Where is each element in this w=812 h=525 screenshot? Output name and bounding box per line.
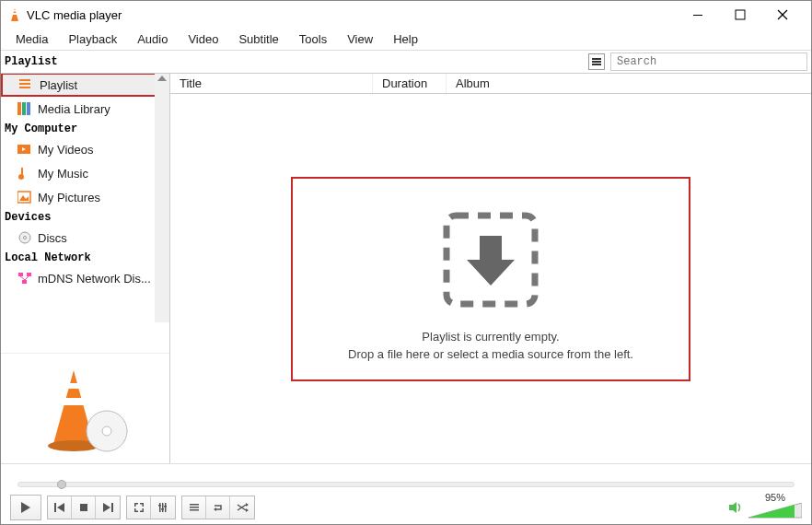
dropzone-box: Playlist is currently empty. Drop a file… bbox=[291, 177, 690, 381]
sidebar-item-label: My Pictures bbox=[38, 191, 100, 204]
svg-rect-57 bbox=[190, 504, 199, 506]
svg-rect-54 bbox=[158, 505, 161, 507]
volume-percent: 95% bbox=[748, 492, 802, 503]
sidebar-item-my-videos[interactable]: My Videos bbox=[1, 137, 169, 161]
window-title: VLC media player bbox=[27, 8, 677, 22]
svg-rect-51 bbox=[159, 503, 161, 512]
svg-rect-31 bbox=[65, 383, 82, 389]
videos-icon bbox=[17, 142, 32, 157]
sidebar-item-label: Media Library bbox=[38, 102, 110, 116]
menu-help[interactable]: Help bbox=[386, 30, 425, 48]
svg-rect-59 bbox=[190, 509, 199, 511]
svg-marker-63 bbox=[729, 502, 737, 513]
svg-rect-13 bbox=[17, 102, 21, 115]
menu-view[interactable]: View bbox=[340, 30, 380, 48]
drop-arrow-icon bbox=[437, 206, 544, 313]
shuffle-button[interactable] bbox=[230, 496, 254, 519]
svg-rect-40 bbox=[80, 504, 87, 511]
svg-rect-7 bbox=[592, 58, 601, 60]
sidebar-item-label: My Music bbox=[38, 167, 88, 181]
volume-slider[interactable] bbox=[748, 503, 802, 523]
search-input[interactable] bbox=[610, 52, 807, 71]
sidebar-item-mdns[interactable]: mDNS Network Dis... bbox=[1, 266, 169, 290]
next-button[interactable] bbox=[96, 496, 120, 519]
menu-subtitle[interactable]: Subtitle bbox=[231, 30, 285, 48]
svg-point-19 bbox=[18, 174, 24, 180]
svg-rect-25 bbox=[27, 273, 31, 276]
column-album[interactable]: Album bbox=[447, 74, 811, 93]
loop-button[interactable] bbox=[206, 496, 230, 519]
fullscreen-button[interactable] bbox=[127, 496, 151, 519]
svg-rect-56 bbox=[164, 506, 167, 508]
sidebar-header-playlist: Playlist bbox=[1, 55, 58, 68]
title-bar: VLC media player bbox=[1, 1, 811, 29]
drop-text-1: Playlist is currently empty. bbox=[348, 330, 633, 344]
playlist-dropzone[interactable]: Playlist is currently empty. Drop a file… bbox=[170, 94, 811, 463]
svg-line-27 bbox=[20, 276, 25, 280]
svg-rect-38 bbox=[54, 503, 56, 512]
play-button[interactable] bbox=[10, 495, 41, 520]
svg-rect-26 bbox=[22, 280, 27, 284]
svg-rect-53 bbox=[165, 503, 167, 512]
previous-button[interactable] bbox=[48, 496, 72, 519]
svg-marker-36 bbox=[467, 236, 515, 286]
svg-rect-44 bbox=[134, 503, 136, 507]
column-title[interactable]: Title bbox=[170, 74, 373, 93]
svg-rect-58 bbox=[190, 507, 199, 508]
svg-rect-14 bbox=[22, 102, 26, 115]
svg-point-34 bbox=[102, 426, 111, 436]
sidebar-item-media-library[interactable]: Media Library bbox=[1, 97, 169, 121]
menu-audio[interactable]: Audio bbox=[130, 30, 175, 48]
minimize-button[interactable] bbox=[677, 1, 719, 29]
extended-settings-button[interactable] bbox=[151, 496, 175, 519]
sidebar: Playlist Media Library My Computer My Vi… bbox=[1, 74, 170, 463]
album-art-placeholder bbox=[1, 353, 169, 463]
svg-rect-48 bbox=[134, 508, 136, 512]
sidebar-item-label: Discs bbox=[38, 231, 67, 245]
view-mode-button[interactable] bbox=[588, 53, 605, 70]
sidebar-item-playlist[interactable]: Playlist bbox=[1, 74, 169, 97]
sidebar-item-my-music[interactable]: My Music bbox=[1, 161, 169, 185]
column-duration[interactable]: Duration bbox=[373, 74, 447, 93]
svg-rect-30 bbox=[61, 398, 87, 405]
menu-tools[interactable]: Tools bbox=[292, 30, 334, 48]
music-icon bbox=[17, 166, 32, 181]
speaker-icon[interactable] bbox=[728, 501, 743, 514]
playlist-columns: Title Duration Album bbox=[170, 74, 811, 94]
network-icon bbox=[17, 271, 32, 286]
playlist-icon bbox=[19, 77, 34, 92]
svg-rect-24 bbox=[18, 273, 23, 276]
sidebar-section-my-computer: My Computer bbox=[1, 121, 169, 137]
seek-bar[interactable] bbox=[1, 478, 811, 491]
sidebar-item-label: Playlist bbox=[40, 78, 77, 92]
svg-rect-2 bbox=[13, 10, 17, 12]
sidebar-scrollbar[interactable] bbox=[155, 74, 169, 322]
controls-bar: 95% bbox=[1, 491, 811, 524]
playlist-button[interactable] bbox=[182, 496, 206, 519]
close-button[interactable] bbox=[761, 1, 804, 29]
menu-media[interactable]: Media bbox=[8, 30, 55, 48]
menu-bar: Media Playback Audio Video Subtitle Tool… bbox=[1, 29, 811, 51]
svg-rect-46 bbox=[142, 503, 144, 507]
svg-line-28 bbox=[25, 276, 29, 280]
svg-rect-55 bbox=[161, 508, 164, 510]
menu-video[interactable]: Video bbox=[180, 30, 226, 48]
svg-marker-62 bbox=[246, 508, 249, 512]
drop-text-2: Drop a file here or select a media sourc… bbox=[348, 347, 633, 361]
sidebar-section-local-network: Local Network bbox=[1, 250, 169, 266]
stop-button[interactable] bbox=[72, 496, 96, 519]
status-bar bbox=[1, 463, 811, 478]
menu-playback[interactable]: Playback bbox=[61, 30, 124, 48]
svg-rect-9 bbox=[592, 64, 601, 65]
svg-rect-50 bbox=[142, 508, 144, 512]
svg-rect-8 bbox=[592, 61, 601, 63]
maximize-button[interactable] bbox=[719, 1, 761, 29]
svg-rect-12 bbox=[19, 87, 30, 88]
sidebar-item-my-pictures[interactable]: My Pictures bbox=[1, 185, 169, 209]
svg-rect-1 bbox=[12, 13, 17, 15]
disc-icon bbox=[17, 230, 32, 245]
media-library-icon bbox=[17, 101, 32, 116]
svg-marker-61 bbox=[246, 503, 249, 507]
sidebar-item-discs[interactable]: Discs bbox=[1, 226, 169, 250]
svg-rect-10 bbox=[19, 79, 30, 81]
